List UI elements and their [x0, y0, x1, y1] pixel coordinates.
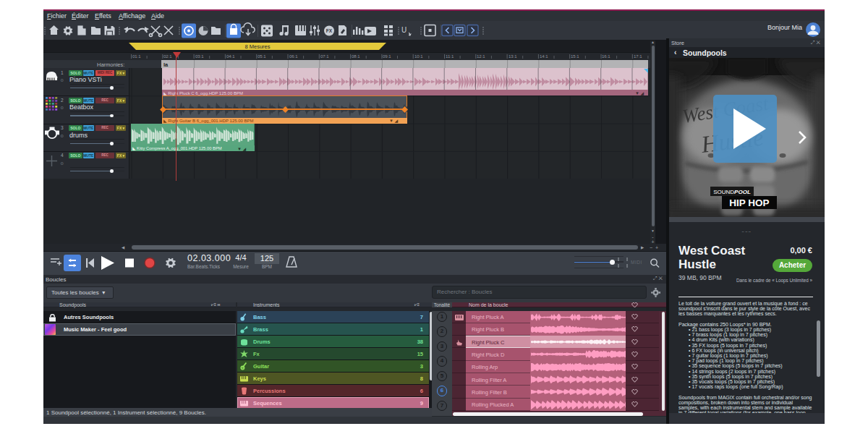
svg-text:16:1: 16:1 — [602, 54, 610, 59]
svg-text:FX: FX — [326, 28, 333, 33]
svg-text:17:1: 17:1 — [634, 54, 642, 59]
svg-text:02:1: 02:1 — [163, 54, 172, 59]
svg-text:U: U — [401, 26, 407, 34]
svg-text:14:1: 14:1 — [540, 54, 548, 59]
svg-text:11:1: 11:1 — [446, 54, 454, 59]
svg-text:05:1: 05:1 — [258, 54, 266, 59]
svg-text:09:1: 09:1 — [383, 54, 391, 59]
svg-text:07:1: 07:1 — [320, 54, 329, 59]
svg-text:10:1: 10:1 — [414, 54, 423, 59]
svg-text:06:1: 06:1 — [289, 54, 298, 59]
svg-text:01:1: 01:1 — [132, 54, 141, 59]
svg-text:04:1: 04:1 — [226, 54, 235, 59]
svg-text:08:1: 08:1 — [352, 54, 360, 59]
svg-text:15:1: 15:1 — [571, 54, 579, 59]
svg-text:SOUNDPOOL: SOUNDPOOL — [713, 189, 751, 195]
svg-text:HIP HOP: HIP HOP — [729, 197, 769, 208]
svg-text:12:1: 12:1 — [477, 54, 485, 59]
svg-text:8 Mesures: 8 Mesures — [244, 43, 270, 50]
svg-text:13:1: 13:1 — [509, 54, 517, 59]
svg-text:03:1: 03:1 — [195, 54, 204, 59]
